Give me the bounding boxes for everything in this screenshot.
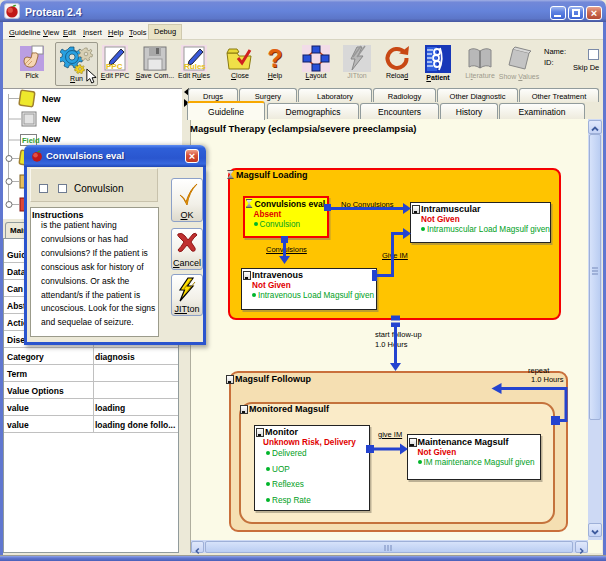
svg-text:New: New [42,114,62,124]
svg-text:PPC: PPC [106,62,123,71]
svg-text:New: New [42,134,62,144]
svg-text:Field: Field [22,136,40,145]
svg-text:Rules: Rules [184,62,206,71]
svg-text:New: New [42,94,62,104]
